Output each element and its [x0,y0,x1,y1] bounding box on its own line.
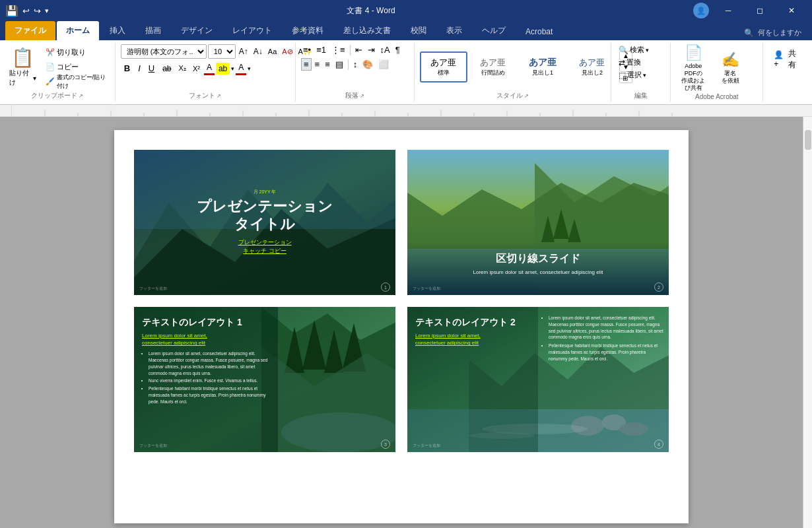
slide4-footer[interactable]: フッターを追加 [413,443,440,449]
style-h2[interactable]: あア亜 見出し2 [568,54,616,80]
slide3-body: Lorem ipsum dolor sit amet, consectetuer… [142,350,270,405]
slide-1[interactable]: 月 20YY 年 プレゼンテーションタイトル プレゼンテーションキャッチ コピー… [134,150,395,295]
title-bar: 💾 ↩ ↪ ▾ 文書 4 - Word 👤 ─ ◻ ✕ [0,0,812,21]
search-icon2: 🔍 [619,46,628,55]
tab-insert[interactable]: 挿入 [100,21,135,40]
copy-icon: 📄 [46,63,55,71]
share-btn[interactable]: 👤+ 共有 [768,46,807,73]
bold-btn[interactable]: B [121,62,133,75]
format-painter-button[interactable]: 🖌️ 書式のコピー/貼り付け [43,75,110,88]
font-size-select[interactable]: 10.5 [208,44,236,59]
font-color2-btn[interactable]: A [236,61,246,75]
ribbon-tabs: ファイル ホーム 挿入 描画 デザイン レイアウト 参考資料 差し込み文書 校閲… [0,21,812,40]
font-color2-dropdown[interactable]: ▾ [248,65,251,72]
line-spacing-btn[interactable]: ↕ [351,59,360,70]
slide2-footer[interactable]: フッターを追加 [413,286,440,292]
vertical-scrollbar[interactable] [803,117,812,528]
user-avatar[interactable]: 👤 [693,3,709,18]
increase-indent-btn[interactable]: ⇥ [366,44,377,55]
font-color-dropdown[interactable]: ▾ [231,65,234,72]
undo-btn[interactable]: ↩ [22,6,30,16]
paragraph-group-label: 段落 ↗ [301,91,409,100]
slide-2[interactable]: 区切り線スライド Lorem ipsum dolor sit amet, con… [407,150,669,295]
decrease-indent-btn[interactable]: ⇤ [353,44,364,55]
replace-icon: ⇄ [619,58,625,67]
slide-3[interactable]: テキストのレイアウト 1 Lorem ipsum dolor sit amet,… [134,307,395,452]
create-pdf-btn[interactable]: 📄 Adobe PDFの作成および共有 [676,50,710,86]
clear-format-btn[interactable]: A⊘ [280,47,294,57]
slide1-content: 月 20YY 年 プレゼンテーションタイトル プレゼンテーションキャッチ コピー [134,150,395,295]
align-right-btn[interactable]: ≡ [323,59,332,70]
search-dropdown[interactable]: ▾ [646,47,649,53]
search-input[interactable]: 何をしますか [758,28,801,38]
tab-home[interactable]: ホーム [57,21,99,40]
paragraph-expand-arrow[interactable]: ↗ [360,93,364,99]
tab-help[interactable]: ヘルプ [473,21,515,40]
select-dropdown[interactable]: ▾ [643,72,646,79]
change-case-btn[interactable]: Aa [266,47,279,56]
slide4-left: テキストのレイアウト 2 Lorem ipsum dolor sit amet,… [407,307,538,452]
sort-btn[interactable]: ↕A [378,44,392,55]
font-size-decrease-btn[interactable]: A↓ [252,46,265,57]
slide-4[interactable]: テキストのレイアウト 2 Lorem ipsum dolor sit amet,… [407,307,669,452]
tab-acrobat[interactable]: Acrobat [516,23,562,40]
signature-btn[interactable]: ✍️ 署名を依頼 [713,50,747,86]
tab-references[interactable]: 参考資料 [283,21,333,40]
close-btn[interactable]: ✕ [776,0,807,21]
para-row1: ≡• ≡1 ⋮≡ ⇤ ⇥ ↕A ¶ [301,44,409,55]
slide4-body: Lorem ipsum dolor sit amet, consectetuer… [543,315,663,362]
slide1-footer[interactable]: フッターを追加 [139,286,167,292]
align-left-btn[interactable]: ≡ [301,58,312,71]
superscript-btn[interactable]: X² [190,63,203,74]
ribbon-body: 📋 貼り付け▾ ✂️ 切り取り 📄 コピー 🖌️ [0,40,812,105]
tab-design[interactable]: デザイン [172,21,222,40]
italic-btn[interactable]: I [135,62,144,75]
font-color-btn[interactable]: A [204,61,215,75]
tab-draw[interactable]: 描画 [136,21,170,40]
slide4-body-item2: Pellentesque habitant morbi tristique se… [549,343,663,362]
style-compact[interactable]: あア亜 行間詰め [469,54,517,80]
slide3-footer[interactable]: フッターを追加 [139,443,167,449]
tab-mailings[interactable]: 差し込み文書 [334,21,400,40]
highlight-btn[interactable]: ab [216,63,230,75]
numbering-btn[interactable]: ≡1 [314,44,328,55]
copy-button[interactable]: 📄 コピー [43,61,110,74]
border-btn[interactable]: ⬜ [376,59,391,70]
shading-btn[interactable]: 🎨 [360,59,375,70]
font-name-select[interactable]: 游明朝 (本文のフォ... [121,44,207,59]
bullets-btn[interactable]: ≡• [301,44,313,55]
tab-review[interactable]: 校閲 [401,21,436,40]
tab-view[interactable]: 表示 [437,21,471,40]
strikethrough-btn[interactable]: ab [159,63,174,75]
slide3-left: テキストのレイアウト 1 Lorem ipsum dolor sit amet,… [134,307,278,452]
redo-btn[interactable]: ↪ [34,6,41,16]
slide2-content: 区切り線スライド Lorem ipsum dolor sit amet, con… [407,252,669,275]
search-btn[interactable]: 🔍 検索 ▾ [617,44,665,55]
subscript-btn[interactable]: X₂ [176,63,189,74]
font-expand-arrow[interactable]: ↗ [217,93,221,99]
underline-btn[interactable]: U [145,62,158,75]
word-icon[interactable]: 💾 [5,5,18,17]
styles-expand-arrow[interactable]: ↗ [524,93,529,99]
show-marks-btn[interactable]: ¶ [393,44,402,55]
replace-btn[interactable]: ⇄ 置換 [617,57,665,68]
style-h1[interactable]: あア亜 見出し1 [519,54,566,80]
justify-btn[interactable]: ▤ [333,59,345,70]
scroll-thumb[interactable] [805,130,811,150]
multilevel-btn[interactable]: ⋮≡ [329,44,347,55]
title-bar-left: 💾 ↩ ↪ ▾ [5,5,49,17]
cut-button[interactable]: ✂️ 切り取り [43,46,110,59]
paste-button[interactable]: 📋 貼り付け▾ [5,44,40,90]
clipboard-expand-arrow[interactable]: ↗ [79,93,83,99]
restore-btn[interactable]: ◻ [745,0,775,21]
align-center-btn[interactable]: ≡ [313,59,322,70]
style-normal-preview: あア亜 [428,57,459,69]
ruler-area [0,105,812,117]
style-normal[interactable]: あア亜 標準 [420,51,467,82]
font-size-increase-btn[interactable]: A↑ [237,46,250,57]
minimize-btn[interactable]: ─ [713,0,743,21]
tab-file[interactable]: ファイル [5,21,55,40]
select-btn[interactable]: ⬚ 選択 ▾ [617,69,665,81]
share-icon: 👤+ [774,50,786,69]
tab-layout[interactable]: レイアウト [223,21,281,40]
